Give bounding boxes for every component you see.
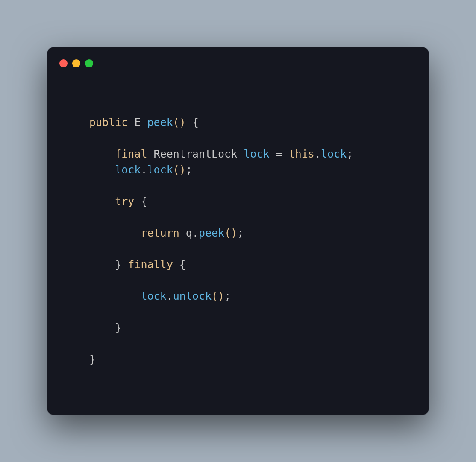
parens: () — [212, 290, 224, 302]
ident-q: q — [186, 227, 192, 239]
keyword-finally: finally — [128, 258, 173, 271]
code-editor[interactable]: public E peek() { final ReentrantLock lo… — [47, 67, 429, 367]
op-equals: = — [276, 148, 282, 160]
keyword-this: this — [289, 148, 314, 160]
code-window: public E peek() { final ReentrantLock lo… — [47, 47, 429, 415]
keyword-try: try — [115, 195, 134, 208]
ident-lock: lock — [244, 148, 269, 160]
semicolon: ; — [347, 148, 353, 160]
method-unlock: unlock — [173, 290, 212, 302]
dot: . — [141, 164, 147, 176]
keyword-public: public — [89, 116, 128, 129]
dot: . — [192, 227, 199, 239]
type-reentrantlock: ReentrantLock — [154, 148, 238, 160]
semicolon: ; — [237, 227, 244, 239]
parens: () — [173, 116, 186, 129]
prop-lock: lock — [321, 148, 347, 160]
brace-close: } — [89, 353, 96, 366]
close-icon[interactable] — [59, 59, 68, 67]
dot: . — [167, 290, 173, 302]
ident-lock: lock — [141, 290, 166, 302]
method-peek: peek — [199, 227, 224, 239]
brace-open: { — [192, 116, 199, 129]
function-peek: peek — [147, 116, 173, 129]
window-titlebar — [47, 47, 429, 67]
ident-lock: lock — [115, 164, 141, 176]
semicolon: ; — [224, 290, 231, 302]
brace-close: } — [115, 258, 121, 271]
brace-open: { — [179, 258, 186, 271]
maximize-icon[interactable] — [85, 59, 93, 67]
dot: . — [314, 148, 321, 160]
keyword-return: return — [141, 227, 179, 239]
brace-close: } — [115, 322, 121, 334]
semicolon: ; — [186, 164, 192, 176]
brace-open: { — [141, 195, 147, 208]
parens: () — [173, 164, 186, 176]
keyword-final: final — [115, 148, 147, 160]
type-generic: E — [134, 116, 141, 129]
method-lock: lock — [147, 164, 173, 176]
minimize-icon[interactable] — [72, 59, 80, 67]
parens: () — [224, 227, 237, 239]
